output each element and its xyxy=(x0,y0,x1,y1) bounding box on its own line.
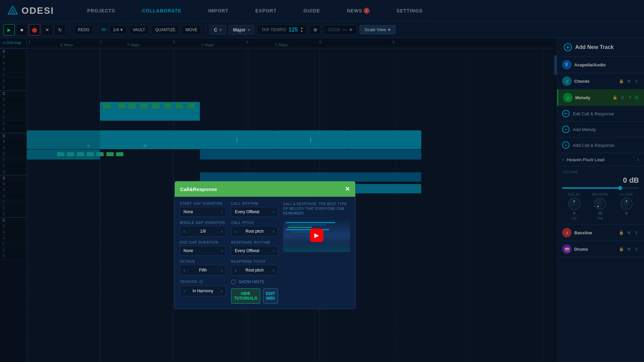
start-gap-label: START GAP DURATION xyxy=(180,202,226,205)
call-pitch-field: CALL PITCH ‹ Root pitch › xyxy=(231,221,278,237)
dialog-header: Call&Response ✕ xyxy=(175,181,355,197)
call-pitch-select[interactable]: ‹ Root pitch › xyxy=(231,226,278,237)
video-title: CALL & RESPONSE: THE BEST TYPE OF MELODY… xyxy=(283,202,350,216)
end-gap-arrow: › xyxy=(221,248,222,253)
response-rhythm-arrow: › xyxy=(273,248,274,253)
dialog-middle-col: CALL RHYTHM Every Offbeat › CALL PITCH ‹… xyxy=(231,202,278,304)
tension-label: TENSION ⓘ xyxy=(180,280,226,284)
response-pitch-next[interactable]: › xyxy=(273,267,274,273)
end-gap-select[interactable]: None › xyxy=(180,246,226,256)
middle-gap-label: MIDDLE GAP DURATION xyxy=(180,221,226,225)
octave-next[interactable]: › xyxy=(221,267,223,273)
start-gap-field: START GAP DURATION None › xyxy=(180,202,226,217)
tension-next[interactable]: › xyxy=(221,288,223,294)
start-gap-arrow: › xyxy=(221,209,222,214)
middle-gap-field: MIDDLE GAP DURATION ‹ 1/8 › xyxy=(180,221,226,237)
response-rhythm-field: RESPONSE RHYTHM Every Offbeat › xyxy=(231,241,278,256)
dialog-title: Call&Response xyxy=(180,186,217,192)
call-rhythm-select[interactable]: Every Offbeat › xyxy=(231,207,278,217)
octave-select[interactable]: ‹ Fifth › xyxy=(180,265,226,276)
response-pitch-label: RESPONSE PITCH xyxy=(231,260,278,263)
octave-field: OCTAVE ‹ Fifth › xyxy=(180,260,226,276)
end-gap-label: END GAP DURATION xyxy=(180,241,226,244)
call-pitch-label: CALL PITCH xyxy=(231,221,278,225)
response-pitch-field: RESPONSE PITCH ‹ Root pitch › xyxy=(231,260,278,276)
dialog-left-col: START GAP DURATION None › MIDDLE GAP DUR… xyxy=(180,202,226,304)
dialog-video-col: CALL & RESPONSE: THE BEST TYPE OF MELODY… xyxy=(283,202,350,304)
hide-tutorials-button[interactable]: HIDE TUTORIALS xyxy=(231,288,260,304)
call-pitch-next[interactable]: › xyxy=(273,229,274,234)
dialog-body: START GAP DURATION None › MIDDLE GAP DUR… xyxy=(175,197,355,309)
tension-field: TENSION ⓘ ‹ In Harmony › xyxy=(180,280,226,296)
middle-gap-select[interactable]: ‹ 1/8 › xyxy=(180,226,226,237)
video-play-button[interactable]: ▶ xyxy=(310,229,323,242)
dialog-close-button[interactable]: ✕ xyxy=(345,185,350,193)
show-hints-row: SHOW HINTS xyxy=(231,280,278,284)
call-response-dialog: Call&Response ✕ START GAP DURATION None … xyxy=(174,181,356,309)
end-gap-field: END GAP DURATION None › xyxy=(180,241,226,256)
response-rhythm-select[interactable]: Every Offbeat › xyxy=(231,246,278,256)
dialog-overlay: Call&Response ✕ START GAP DURATION None … xyxy=(0,0,644,362)
tension-help-icon[interactable]: ⓘ xyxy=(200,280,203,284)
octave-prev[interactable]: ‹ xyxy=(183,267,185,273)
octave-label: OCTAVE xyxy=(180,260,226,263)
dialog-action-buttons: HIDE TUTORIALS EDIT MIDI xyxy=(231,288,278,304)
show-hints-toggle[interactable] xyxy=(231,280,236,284)
middle-gap-prev[interactable]: ‹ xyxy=(183,229,185,234)
start-gap-select[interactable]: None › xyxy=(180,207,226,217)
middle-gap-next[interactable]: › xyxy=(221,229,223,234)
video-thumbnail[interactable]: ▶ xyxy=(283,219,350,252)
call-rhythm-label: CALL RHYTHM xyxy=(231,202,278,205)
tension-select[interactable]: ‹ In Harmony › xyxy=(180,286,226,296)
tension-prev[interactable]: ‹ xyxy=(183,288,185,294)
response-pitch-prev[interactable]: ‹ xyxy=(235,267,236,273)
call-rhythm-field: CALL RHYTHM Every Offbeat › xyxy=(231,202,278,217)
waveform-mini xyxy=(283,242,350,252)
edit-midi-button[interactable]: EDIT MIDI xyxy=(263,288,278,304)
response-rhythm-label: RESPONSE RHYTHM xyxy=(231,241,278,244)
response-pitch-select[interactable]: ‹ Root pitch › xyxy=(231,265,278,276)
show-hints-label: SHOW HINTS xyxy=(238,280,264,284)
call-rhythm-arrow: › xyxy=(273,209,274,214)
call-pitch-prev[interactable]: ‹ xyxy=(235,229,236,234)
